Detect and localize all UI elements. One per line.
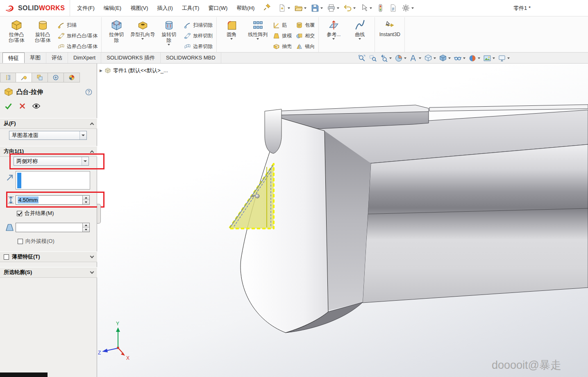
thin-feature-checkbox[interactable]	[4, 254, 9, 260]
hide-show-items-button[interactable]	[453, 54, 466, 63]
save-button[interactable]	[309, 3, 324, 13]
new-document-button[interactable]	[277, 3, 291, 13]
flyout-featuremanager[interactable]: ▶ 零件1 (默认<<默认>_...	[100, 67, 168, 74]
linear-pattern-button[interactable]: 线性阵列	[245, 18, 270, 40]
menu-view[interactable]: 视图(V)	[126, 0, 152, 16]
menu-window[interactable]: 窗口(W)	[204, 0, 232, 16]
intersect-button[interactable]: 相交	[294, 31, 316, 41]
tab-评估[interactable]: 评估	[46, 53, 68, 63]
extruded-cut-button[interactable]: 拉伸切除	[104, 18, 129, 43]
mirror-button[interactable]: 镜向	[294, 41, 316, 52]
wrap-button[interactable]: 包覆	[294, 20, 316, 30]
depth-input[interactable]: 4.50mm	[16, 195, 90, 205]
pin-menu-button[interactable]	[263, 3, 271, 13]
dimxpertmanager-tab[interactable]	[48, 73, 64, 82]
ribbon-button-label: 包覆	[305, 22, 315, 29]
direction-reference-box[interactable]	[16, 171, 90, 190]
hole-wizard-button[interactable]: 异型孔向导	[130, 18, 155, 40]
checkbox-unchecked-icon	[18, 239, 23, 244]
flyout-expand-arrow[interactable]: ▶	[100, 69, 102, 73]
file-properties-button[interactable]	[388, 3, 399, 13]
part-body[interactable]	[241, 105, 588, 333]
tab-solidworks-mbd[interactable]: SOLIDWORKS MBD	[161, 53, 221, 63]
ok-button[interactable]	[4, 102, 13, 110]
view-orientation-button[interactable]	[424, 54, 436, 63]
menu-file[interactable]: 文件(F)	[73, 0, 99, 16]
open-document-button[interactable]	[293, 3, 308, 13]
tab-solidworks-插件[interactable]: SOLIDWORKS 插件	[101, 53, 161, 63]
cut-icon	[111, 20, 122, 31]
swept-boss-button[interactable]: 扫描	[56, 20, 99, 30]
depth-spinner[interactable]	[82, 196, 89, 204]
revolved-boss-base-button[interactable]: 旋转凸台/基体	[30, 18, 55, 43]
merge-result-checkbox[interactable]: 合并结果(M)	[17, 210, 54, 217]
swept-cut-button[interactable]: 扫描切除	[182, 20, 214, 30]
end-condition-combo[interactable]: 两侧对称	[14, 157, 89, 166]
draft-angle-input[interactable]	[16, 223, 90, 232]
direction1-section-header[interactable]: 方向1(1)	[0, 146, 97, 157]
dropdown-caret-icon	[463, 57, 465, 59]
start-condition-combo[interactable]: 草图基准面	[9, 131, 87, 140]
lofted-boss-button[interactable]: 放样凸台/基体	[56, 31, 99, 41]
edit-appearance-button[interactable]	[468, 54, 481, 63]
cylinder-face[interactable]	[363, 144, 588, 303]
rebuild-button[interactable]	[375, 3, 386, 13]
draft-outward-checkbox[interactable]: 向外拔模(O)	[18, 238, 54, 245]
from-section-label: 从(F)	[4, 120, 16, 127]
menu-tools[interactable]: 工具(T)	[177, 0, 204, 16]
featuremanager-tab[interactable]	[0, 73, 16, 82]
cancel-button[interactable]	[18, 102, 27, 110]
menu-insert[interactable]: 插入(I)	[153, 0, 177, 16]
boundary-boss-button[interactable]: 边界凸台/基体	[56, 41, 99, 52]
previous-view-button[interactable]	[379, 54, 392, 63]
ribbon-button-label: 放样凸台/基体	[67, 32, 98, 39]
view-settings-button[interactable]	[497, 54, 510, 63]
help-icon[interactable]	[85, 88, 93, 96]
print-button[interactable]	[326, 3, 341, 13]
dynamic-annotation-button[interactable]	[409, 54, 422, 63]
zoom-area-button[interactable]	[368, 54, 377, 63]
reverse-direction-icon[interactable]	[5, 173, 14, 182]
propertymanager-tab[interactable]	[16, 73, 32, 82]
from-section-header[interactable]: 从(F)	[0, 118, 97, 129]
drag-handle[interactable]	[255, 194, 259, 198]
tab-草图[interactable]: 草图	[25, 53, 46, 63]
selected-contours-section-header[interactable]: 所选轮廓(S)	[0, 267, 97, 278]
draft-button[interactable]: 拔模	[271, 31, 293, 41]
ribbon-button-label: 参考...	[327, 32, 341, 37]
extruded-boss-base-button[interactable]: 拉伸凸台/基体	[4, 18, 29, 43]
menu-edit[interactable]: 编辑(E)	[99, 0, 126, 16]
instant3d-button[interactable]: Instant3D	[377, 18, 402, 37]
boundarycut-icon	[184, 43, 191, 50]
chevron-down-icon	[90, 254, 94, 258]
display-style-button[interactable]	[438, 54, 451, 63]
section-view-button[interactable]	[394, 54, 407, 63]
revolved-cut-button[interactable]: 旋转切除	[156, 18, 182, 46]
pin-icon	[263, 3, 271, 11]
preview-button[interactable]	[32, 102, 41, 110]
rib-button[interactable]: 筋	[271, 20, 293, 30]
reference-geometry-button[interactable]: 参考...	[321, 18, 346, 40]
thin-feature-section-header[interactable]: 薄壁特征(T)	[0, 251, 97, 262]
configurationmanager-tab[interactable]	[32, 73, 48, 82]
fillet-button[interactable]: 圆角	[219, 18, 244, 40]
apply-scene-button[interactable]	[483, 54, 495, 63]
shell-button[interactable]: 抽壳	[271, 41, 293, 52]
graphics-area[interactable]: Y Z X dooooit@暴走 ▶ 零件1 (默认<<默认>_...	[97, 64, 588, 377]
undo-button[interactable]	[342, 3, 357, 13]
extrude-preview-sketch[interactable]	[229, 164, 274, 228]
tab-dimxpert[interactable]: DimXpert	[68, 53, 101, 63]
displaymanager-tab[interactable]	[64, 73, 80, 82]
boundary-cut-button[interactable]: 边界切除	[182, 41, 214, 52]
draft-spinner[interactable]	[82, 223, 89, 232]
options-button[interactable]	[400, 3, 415, 13]
tab-特征[interactable]: 特征	[2, 53, 25, 63]
zoom-fit-button[interactable]	[357, 54, 366, 63]
menu-help[interactable]: 帮助(H)	[232, 0, 259, 16]
chevron-down-icon	[90, 270, 94, 274]
lofted-cut-button[interactable]: 放样切割	[182, 31, 214, 41]
panel-splitter-handle[interactable]	[97, 204, 101, 224]
select-button[interactable]	[359, 3, 373, 13]
curves-button[interactable]: 曲线	[347, 18, 372, 40]
ribbon-button-label: 除	[114, 37, 119, 43]
